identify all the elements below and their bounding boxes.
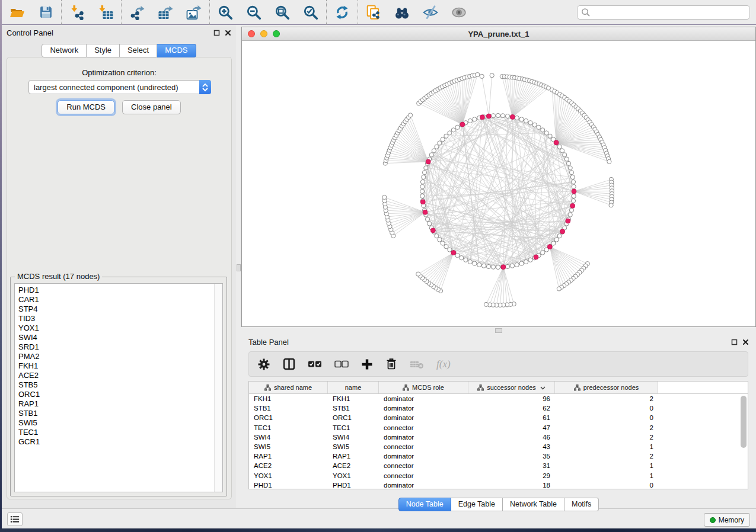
clone-network-icon[interactable] <box>364 3 383 22</box>
search-field[interactable] <box>577 5 750 20</box>
table-row[interactable]: STB1STB1dominator620 <box>249 403 748 413</box>
search-input[interactable] <box>592 8 746 17</box>
result-node-item[interactable]: PHD1 <box>18 286 222 295</box>
panel-menu-button[interactable] <box>7 512 23 526</box>
result-node-item[interactable]: TEC1 <box>18 428 222 437</box>
column-header-predecessor-nodes[interactable]: predecessor nodes <box>555 382 658 393</box>
result-node-item[interactable]: FKH1 <box>18 361 222 371</box>
result-node-item[interactable]: SWI4 <box>18 333 222 342</box>
splitter-grip[interactable] <box>237 264 241 271</box>
tab-edge-table[interactable]: Edge Table <box>451 498 503 511</box>
export-network-icon[interactable] <box>127 3 146 22</box>
float-panel-icon[interactable] <box>731 338 738 345</box>
column-header-MCDS-role[interactable]: MCDS role <box>379 382 468 393</box>
zoom-selected-icon[interactable] <box>301 3 320 22</box>
scrollbar-thumb[interactable] <box>741 396 747 448</box>
control-panel-title: Control Panel <box>7 28 53 37</box>
mcds-result-group: MCDS result (17 nodes) PHD1CAR1STP4TID3Y… <box>10 277 227 496</box>
import-table-icon[interactable] <box>96 3 115 22</box>
toggle-columns-icon[interactable] <box>283 357 295 371</box>
result-node-item[interactable]: PMA2 <box>18 352 222 361</box>
refresh-network-icon[interactable] <box>333 3 352 22</box>
select-all-icon[interactable] <box>308 357 322 371</box>
tab-select[interactable]: Select <box>120 44 157 57</box>
cell-successor-nodes: 35 <box>468 453 555 460</box>
optimization-criterion-dropdown[interactable]: largest connected component (undirected) <box>28 80 211 94</box>
result-node-item[interactable]: STP4 <box>18 305 222 314</box>
table-body: FKH1FKH1dominator962STB1STB1dominator620… <box>249 394 748 490</box>
result-node-item[interactable]: SWI5 <box>18 418 222 428</box>
table-row[interactable]: SWI5SWI5connector431 <box>249 442 748 451</box>
horizontal-splitter[interactable] <box>241 327 756 335</box>
result-node-item[interactable]: SRD1 <box>18 342 222 352</box>
close-panel-icon[interactable] <box>742 338 749 345</box>
cell-name: STB1 <box>328 405 379 412</box>
status-bar: Memory <box>2 508 756 528</box>
network-canvas[interactable] <box>242 41 755 326</box>
export-table-icon[interactable] <box>156 3 175 22</box>
save-session-icon[interactable] <box>36 3 55 22</box>
table-row[interactable]: YOX1YOX1connector291 <box>249 471 748 480</box>
find-icon[interactable] <box>393 3 412 22</box>
result-node-item[interactable]: ORC1 <box>18 390 222 399</box>
column-header-name[interactable]: name <box>328 382 379 393</box>
hide-eye-icon[interactable] <box>421 3 440 22</box>
deselect-all-icon[interactable] <box>334 357 349 371</box>
memory-label: Memory <box>719 516 744 524</box>
result-node-item[interactable]: STB5 <box>18 380 222 390</box>
table-row[interactable]: PHD1PHD1dominator180 <box>249 480 748 490</box>
add-column-icon[interactable] <box>361 357 373 371</box>
result-list-scrollbar[interactable] <box>214 284 222 492</box>
result-node-item[interactable]: ACE2 <box>18 371 222 380</box>
column-header-successor-nodes[interactable]: successor nodes <box>468 382 555 393</box>
table-row[interactable]: TEC1TEC1connector472 <box>249 423 748 432</box>
cell-successor-nodes: 29 <box>468 472 555 479</box>
cell-predecessor-nodes: 2 <box>555 434 658 441</box>
table-header-row: shared namenameMCDS rolesuccessor nodesp… <box>249 382 748 394</box>
tab-mcds[interactable]: MCDS <box>157 44 196 57</box>
float-panel-icon[interactable] <box>213 29 220 36</box>
delete-column-icon[interactable] <box>385 357 397 371</box>
result-node-item[interactable]: STB1 <box>18 409 222 418</box>
table-row[interactable]: SWI4SWI4dominator462 <box>249 432 748 442</box>
zoom-fit-icon[interactable] <box>273 3 292 22</box>
tab-network[interactable]: Network <box>42 44 87 57</box>
result-node-item[interactable]: TID3 <box>18 314 222 323</box>
tab-style[interactable]: Style <box>87 44 120 57</box>
network-window-titlebar[interactable]: YPA_prune.txt_1 <box>242 27 755 41</box>
cell-shared-name: ACE2 <box>249 462 328 469</box>
node-table: shared namenameMCDS rolesuccessor nodesp… <box>248 381 748 489</box>
close-panel-button[interactable]: Close panel <box>122 100 181 114</box>
zoom-out-icon[interactable] <box>244 3 263 22</box>
run-mcds-button[interactable]: Run MCDS <box>58 100 114 114</box>
import-network-icon[interactable] <box>68 3 87 22</box>
cell-name: FKH1 <box>328 395 379 402</box>
table-settings-icon[interactable] <box>257 357 270 371</box>
table-row[interactable]: ORC1ORC1dominator610 <box>249 413 748 422</box>
export-image-icon[interactable] <box>184 3 203 22</box>
splitter-grip[interactable] <box>495 328 502 333</box>
mcds-result-list[interactable]: PHD1CAR1STP4TID3YOX1SWI4SRD1PMA2FKH1ACE2… <box>14 283 223 492</box>
result-node-item[interactable]: CAR1 <box>18 295 222 305</box>
tab-node-table[interactable]: Node Table <box>398 498 451 511</box>
dropdown-stepper-icon[interactable] <box>199 80 211 94</box>
attribute-icon <box>264 384 271 391</box>
tab-network-table[interactable]: Network Table <box>503 498 564 511</box>
result-node-item[interactable]: YOX1 <box>18 323 222 333</box>
table-scrollbar[interactable] <box>741 396 747 488</box>
tab-motifs[interactable]: Motifs <box>564 498 599 511</box>
table-row[interactable]: RAP1RAP1dominator352 <box>249 451 748 461</box>
table-row[interactable]: FKH1FKH1dominator962 <box>249 394 748 403</box>
open-file-icon[interactable] <box>8 3 27 22</box>
attribute-icon <box>477 384 484 391</box>
show-eye-icon[interactable] <box>449 3 468 22</box>
result-node-item[interactable]: GCR1 <box>18 437 222 447</box>
close-panel-icon[interactable] <box>224 29 231 36</box>
column-header-shared-name[interactable]: shared name <box>249 382 328 393</box>
cell-predecessor-nodes: 0 <box>555 405 658 412</box>
memory-button[interactable]: Memory <box>704 513 750 527</box>
table-row[interactable]: ACE2ACE2connector311 <box>249 461 748 470</box>
result-node-item[interactable]: RAP1 <box>18 399 222 409</box>
zoom-in-icon[interactable] <box>216 3 235 22</box>
vertical-splitter[interactable] <box>236 25 241 508</box>
